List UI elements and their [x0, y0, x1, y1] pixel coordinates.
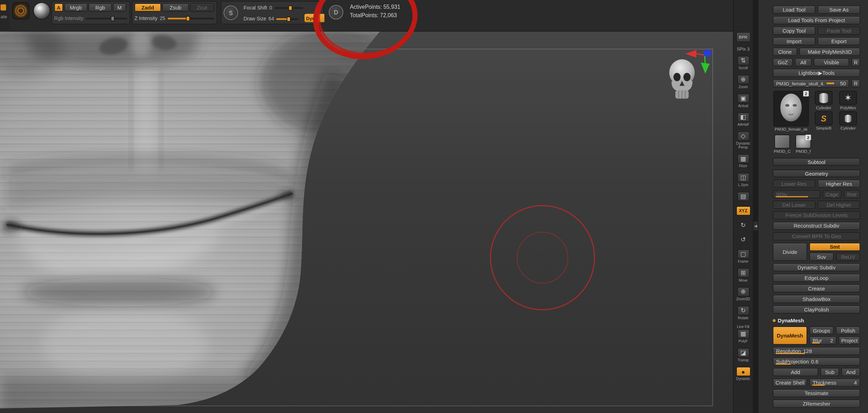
goz-button[interactable]: GoZ: [773, 58, 793, 67]
xyz-axis-button[interactable]: XYZ: [736, 206, 750, 216]
spin-ccw-button[interactable]: ↺: [737, 235, 749, 244]
suv-toggle[interactable]: Suv: [809, 253, 834, 261]
tool-r-button[interactable]: R: [852, 79, 860, 88]
groups-toggle[interactable]: Groups: [809, 326, 834, 335]
and-toggle[interactable]: And: [841, 368, 860, 376]
cage-button[interactable]: Cage: [823, 190, 842, 198]
actual-button[interactable]: ▣ Actual: [737, 94, 749, 107]
geometry-section-header[interactable]: Geometry: [773, 170, 860, 177]
viewport[interactable]: [0, 32, 733, 413]
rotate-button[interactable]: ↻ Rotate: [737, 306, 749, 320]
zadd-toggle[interactable]: Zadd: [134, 3, 161, 12]
dynamic-subdiv-button[interactable]: Dynamic Subdiv: [773, 263, 860, 271]
load-tools-from-project-button[interactable]: Load Tools From Project: [773, 16, 860, 25]
current-brush-thumbnail[interactable]: [12, 2, 29, 19]
transp-button[interactable]: ◪ Transp: [737, 348, 749, 362]
freeze-subdivision-button[interactable]: Freeze SubDivision Levels: [773, 211, 860, 219]
m-toggle[interactable]: M: [113, 3, 126, 12]
tray-collapse-handle[interactable]: ◀: [753, 222, 758, 230]
rgb-toggle[interactable]: Rgb: [88, 3, 112, 12]
subtool-section-header[interactable]: Subtool: [773, 158, 860, 166]
frame-button[interactable]: ▢ Frame: [737, 249, 749, 263]
sculpt-mesh[interactable]: [0, 32, 387, 413]
del-lower-button[interactable]: Del Lower: [773, 201, 815, 209]
local-symmetry-button[interactable]: ◫ L.Sym: [737, 173, 749, 186]
zoom3d-button[interactable]: ⊕ Zoom3D: [736, 287, 750, 301]
floor-button[interactable]: ▦ Floor: [737, 154, 749, 168]
rgb-intensity-slider[interactable]: Rgb Intensity: [54, 14, 127, 22]
sub-toggle[interactable]: Sub: [820, 368, 839, 376]
tool-thumb-simplebrush[interactable]: S SimpleB: [813, 111, 835, 131]
zsub-toggle[interactable]: Zsub: [162, 3, 189, 12]
blur-slider[interactable]: Blur 2: [809, 336, 836, 345]
spin-cw-button[interactable]: ↻: [737, 221, 749, 230]
dynamesh-subsection-header[interactable]: DynaMesh: [773, 317, 860, 324]
reuv-button[interactable]: ReUV: [836, 253, 860, 261]
points-group: D ActivePoints: 55,931 TotalPoints: 72,0…: [328, 1, 414, 24]
rstr-button[interactable]: Rstr: [844, 190, 860, 198]
zoom-button[interactable]: ⊕ Zoom: [737, 75, 749, 88]
create-shell-button[interactable]: Create Shell: [773, 379, 807, 387]
frame-icon: ▢: [737, 249, 749, 259]
smt-toggle[interactable]: Smt: [809, 243, 860, 251]
scroll-button[interactable]: ⇅ Scroll: [737, 56, 749, 70]
spix-slider[interactable]: SPix 3: [737, 47, 750, 51]
shadowbox-button[interactable]: ShadowBox: [773, 295, 860, 303]
make-polymesh3d-button[interactable]: Make PolyMesh3D: [799, 48, 860, 56]
resolution-slider[interactable]: Resolution 128: [773, 347, 860, 355]
tray-swatch-icon: [1, 5, 6, 11]
project-toggle[interactable]: Project: [839, 336, 860, 345]
mrgb-toggle[interactable]: Mrgb: [64, 3, 87, 12]
subprojection-slider[interactable]: SubProjection 0.6: [773, 358, 860, 366]
lightbox-tools-button[interactable]: Lightbox▶Tools: [773, 69, 860, 77]
polyframe-button[interactable]: Line Fill ▦ PolyF: [737, 325, 749, 343]
higher-res-button[interactable]: Higher Res: [817, 179, 860, 188]
crease-button[interactable]: Crease: [773, 284, 860, 293]
zcut-toggle[interactable]: Zcut: [190, 3, 214, 12]
persp-button[interactable]: ◇ Dynamic Persp: [734, 131, 753, 149]
current-material-thumbnail[interactable]: [33, 2, 51, 19]
convert-bpr-button[interactable]: Convert BPR To Geo: [773, 232, 860, 241]
divide-button[interactable]: Divide: [773, 243, 807, 261]
tool-thumb-pm3d-c[interactable]: PM3D_C: [773, 135, 792, 154]
tool-thumb-cylinder[interactable]: Cylinder: [813, 91, 835, 110]
save-as-button[interactable]: Save As: [817, 6, 860, 14]
tool-thumb-cylinder2[interactable]: Cylinder: [837, 111, 859, 131]
thickness-slider[interactable]: Thickness 4: [809, 379, 860, 387]
lower-res-button[interactable]: Lower Res: [773, 179, 815, 188]
import-button[interactable]: Import: [773, 37, 815, 46]
stroke-icon[interactable]: S: [223, 6, 238, 20]
z-intensity-slider[interactable]: Z Intensity 25: [134, 14, 214, 22]
copy-tool-button[interactable]: Copy Tool: [773, 27, 815, 35]
dynamic-chip[interactable]: Dyna: [305, 14, 325, 22]
aahalf-button[interactable]: ◧ AAHalf: [737, 112, 749, 126]
move-button[interactable]: ⊞ Move: [737, 268, 749, 282]
reconstruct-subdiv-button[interactable]: Reconstruct Subdiv: [773, 222, 860, 230]
zremesher-button[interactable]: ZRemesher: [773, 400, 860, 408]
dynamesh-button[interactable]: DynaMesh: [773, 326, 807, 345]
focal-shift-slider[interactable]: Focal Shift 0: [243, 3, 321, 12]
aahalf-icon: ◧: [737, 112, 749, 122]
clone-button[interactable]: Clone: [773, 48, 797, 56]
claypolish-button[interactable]: ClayPolish: [773, 305, 860, 314]
active-tool-slider[interactable]: PM3D_female_skull_4. 50: [773, 79, 849, 88]
goz-visible-button[interactable]: Visible: [814, 58, 849, 67]
tool-thumb-pm3d-f[interactable]: 2 PM3D_f: [794, 135, 813, 154]
polish-toggle[interactable]: Polish: [836, 326, 860, 335]
goz-all-button[interactable]: All: [795, 58, 812, 67]
solo-button[interactable]: ● Dynamic: [736, 367, 750, 381]
export-button[interactable]: Export: [817, 37, 860, 46]
bpr-button[interactable]: BPR: [736, 32, 750, 42]
active-tool-thumbnail[interactable]: 2: [773, 91, 809, 126]
color-swatch[interactable]: A: [54, 3, 63, 12]
del-higher-button[interactable]: Del Higher: [817, 201, 860, 209]
sdiv-slider[interactable]: SDiv: [773, 190, 821, 198]
tool-thumb-polymesh-star[interactable]: ✶ PolyMes: [837, 91, 859, 110]
add-toggle[interactable]: Add: [773, 368, 818, 376]
edgeloop-button[interactable]: EdgeLoop: [773, 274, 860, 282]
tessimate-button[interactable]: Tessimate: [773, 389, 860, 398]
local-pivot-button[interactable]: ▤: [737, 192, 749, 201]
goz-r-button[interactable]: R: [852, 58, 860, 67]
paste-tool-button[interactable]: Paste Tool: [817, 27, 860, 35]
load-tool-button[interactable]: Load Tool: [773, 6, 815, 14]
